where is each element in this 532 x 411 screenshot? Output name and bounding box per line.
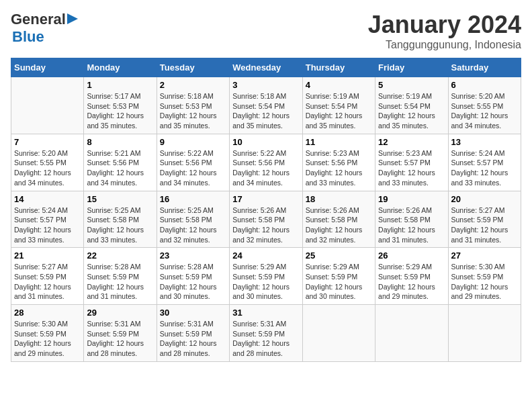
month-year-title: January 2024 bbox=[368, 11, 521, 39]
day-detail: Sunrise: 5:26 AM Sunset: 5:58 PM Dayligh… bbox=[378, 205, 445, 245]
day-detail: Sunrise: 5:24 AM Sunset: 5:57 PM Dayligh… bbox=[451, 148, 518, 188]
day-number: 31 bbox=[232, 308, 299, 318]
calendar-cell bbox=[375, 305, 448, 362]
day-number: 5 bbox=[378, 80, 445, 90]
day-detail: Sunrise: 5:23 AM Sunset: 5:56 PM Dayligh… bbox=[306, 148, 372, 188]
day-detail: Sunrise: 5:21 AM Sunset: 5:56 PM Dayligh… bbox=[87, 148, 153, 188]
calendar-week-row: 1Sunrise: 5:17 AM Sunset: 5:53 PM Daylig… bbox=[11, 77, 521, 134]
day-detail: Sunrise: 5:19 AM Sunset: 5:54 PM Dayligh… bbox=[378, 91, 445, 131]
calendar-cell: 26Sunrise: 5:29 AM Sunset: 5:59 PM Dayli… bbox=[375, 248, 448, 305]
day-detail: Sunrise: 5:29 AM Sunset: 5:59 PM Dayligh… bbox=[232, 262, 299, 302]
logo: General Blue bbox=[11, 11, 78, 46]
logo-blue: Blue bbox=[12, 28, 44, 46]
day-detail: Sunrise: 5:26 AM Sunset: 5:58 PM Dayligh… bbox=[232, 205, 299, 245]
calendar-cell: 12Sunrise: 5:23 AM Sunset: 5:57 PM Dayli… bbox=[375, 134, 448, 191]
day-detail: Sunrise: 5:31 AM Sunset: 5:59 PM Dayligh… bbox=[232, 319, 299, 359]
day-number: 29 bbox=[87, 308, 153, 318]
col-header-tuesday: Tuesday bbox=[157, 58, 229, 77]
day-detail: Sunrise: 5:19 AM Sunset: 5:54 PM Dayligh… bbox=[306, 91, 372, 131]
calendar-cell: 31Sunrise: 5:31 AM Sunset: 5:59 PM Dayli… bbox=[230, 305, 302, 362]
day-number: 1 bbox=[87, 80, 153, 90]
day-number: 4 bbox=[306, 80, 372, 90]
day-detail: Sunrise: 5:22 AM Sunset: 5:56 PM Dayligh… bbox=[232, 148, 299, 188]
day-number: 19 bbox=[378, 194, 445, 204]
calendar-cell: 4Sunrise: 5:19 AM Sunset: 5:54 PM Daylig… bbox=[302, 77, 375, 134]
day-number: 27 bbox=[451, 250, 518, 261]
day-detail: Sunrise: 5:31 AM Sunset: 5:59 PM Dayligh… bbox=[87, 319, 153, 359]
calendar-cell: 22Sunrise: 5:28 AM Sunset: 5:59 PM Dayli… bbox=[84, 248, 157, 305]
logo-general: General bbox=[11, 11, 66, 28]
day-detail: Sunrise: 5:28 AM Sunset: 5:59 PM Dayligh… bbox=[160, 262, 226, 302]
calendar-cell bbox=[448, 305, 521, 362]
calendar-header-row: SundayMondayTuesdayWednesdayThursdayFrid… bbox=[11, 58, 521, 77]
day-detail: Sunrise: 5:22 AM Sunset: 5:56 PM Dayligh… bbox=[160, 148, 226, 188]
calendar-cell: 10Sunrise: 5:22 AM Sunset: 5:56 PM Dayli… bbox=[230, 134, 302, 191]
day-number: 13 bbox=[451, 137, 518, 147]
col-header-thursday: Thursday bbox=[302, 58, 375, 77]
day-detail: Sunrise: 5:20 AM Sunset: 5:55 PM Dayligh… bbox=[451, 91, 518, 131]
day-number: 9 bbox=[160, 137, 226, 147]
calendar-cell: 28Sunrise: 5:30 AM Sunset: 5:59 PM Dayli… bbox=[11, 305, 84, 362]
day-number: 26 bbox=[378, 250, 445, 261]
location-subtitle: Tanggunggunung, Indonesia bbox=[368, 39, 521, 51]
calendar-cell: 16Sunrise: 5:25 AM Sunset: 5:58 PM Dayli… bbox=[157, 191, 229, 248]
day-detail: Sunrise: 5:27 AM Sunset: 5:59 PM Dayligh… bbox=[14, 262, 81, 302]
day-number: 12 bbox=[378, 137, 445, 147]
calendar-cell: 6Sunrise: 5:20 AM Sunset: 5:55 PM Daylig… bbox=[448, 77, 521, 134]
calendar-cell: 30Sunrise: 5:31 AM Sunset: 5:59 PM Dayli… bbox=[157, 305, 229, 362]
day-detail: Sunrise: 5:20 AM Sunset: 5:55 PM Dayligh… bbox=[14, 148, 81, 188]
col-header-monday: Monday bbox=[84, 58, 157, 77]
day-detail: Sunrise: 5:24 AM Sunset: 5:57 PM Dayligh… bbox=[14, 205, 81, 245]
title-block: January 2024 Tanggunggunung, Indonesia bbox=[368, 11, 521, 51]
day-detail: Sunrise: 5:18 AM Sunset: 5:54 PM Dayligh… bbox=[232, 91, 299, 131]
calendar-cell: 2Sunrise: 5:18 AM Sunset: 5:53 PM Daylig… bbox=[157, 77, 229, 134]
day-detail: Sunrise: 5:31 AM Sunset: 5:59 PM Dayligh… bbox=[160, 319, 226, 359]
calendar-cell: 15Sunrise: 5:25 AM Sunset: 5:58 PM Dayli… bbox=[84, 191, 157, 248]
day-number: 24 bbox=[232, 250, 299, 261]
calendar-week-row: 14Sunrise: 5:24 AM Sunset: 5:57 PM Dayli… bbox=[11, 191, 521, 248]
calendar-cell: 1Sunrise: 5:17 AM Sunset: 5:53 PM Daylig… bbox=[84, 77, 157, 134]
day-number: 8 bbox=[87, 137, 153, 147]
calendar-cell: 17Sunrise: 5:26 AM Sunset: 5:58 PM Dayli… bbox=[230, 191, 302, 248]
day-number: 28 bbox=[14, 308, 81, 318]
calendar-cell: 7Sunrise: 5:20 AM Sunset: 5:55 PM Daylig… bbox=[11, 134, 84, 191]
day-number: 14 bbox=[14, 194, 81, 204]
logo-arrow-icon bbox=[67, 13, 78, 24]
day-detail: Sunrise: 5:17 AM Sunset: 5:53 PM Dayligh… bbox=[87, 91, 153, 131]
day-number: 15 bbox=[87, 194, 153, 204]
day-detail: Sunrise: 5:28 AM Sunset: 5:59 PM Dayligh… bbox=[87, 262, 153, 302]
page-header: General Blue January 2024 Tanggunggunung… bbox=[11, 11, 521, 51]
calendar-cell: 5Sunrise: 5:19 AM Sunset: 5:54 PM Daylig… bbox=[375, 77, 448, 134]
day-detail: Sunrise: 5:23 AM Sunset: 5:57 PM Dayligh… bbox=[378, 148, 445, 188]
day-detail: Sunrise: 5:26 AM Sunset: 5:58 PM Dayligh… bbox=[306, 205, 372, 245]
calendar-cell: 14Sunrise: 5:24 AM Sunset: 5:57 PM Dayli… bbox=[11, 191, 84, 248]
day-number: 30 bbox=[160, 308, 226, 318]
calendar-cell: 8Sunrise: 5:21 AM Sunset: 5:56 PM Daylig… bbox=[84, 134, 157, 191]
col-header-saturday: Saturday bbox=[448, 58, 521, 77]
day-detail: Sunrise: 5:30 AM Sunset: 5:59 PM Dayligh… bbox=[14, 319, 81, 359]
col-header-sunday: Sunday bbox=[11, 58, 84, 77]
calendar-cell: 24Sunrise: 5:29 AM Sunset: 5:59 PM Dayli… bbox=[230, 248, 302, 305]
calendar-week-row: 21Sunrise: 5:27 AM Sunset: 5:59 PM Dayli… bbox=[11, 248, 521, 305]
calendar-cell: 20Sunrise: 5:27 AM Sunset: 5:59 PM Dayli… bbox=[448, 191, 521, 248]
calendar-cell: 27Sunrise: 5:30 AM Sunset: 5:59 PM Dayli… bbox=[448, 248, 521, 305]
day-number: 25 bbox=[306, 250, 372, 261]
col-header-friday: Friday bbox=[375, 58, 448, 77]
calendar-week-row: 7Sunrise: 5:20 AM Sunset: 5:55 PM Daylig… bbox=[11, 134, 521, 191]
day-number: 21 bbox=[14, 250, 81, 261]
calendar-body: 1Sunrise: 5:17 AM Sunset: 5:53 PM Daylig… bbox=[11, 77, 521, 362]
day-detail: Sunrise: 5:29 AM Sunset: 5:59 PM Dayligh… bbox=[378, 262, 445, 302]
day-number: 3 bbox=[232, 80, 299, 90]
calendar-cell: 9Sunrise: 5:22 AM Sunset: 5:56 PM Daylig… bbox=[157, 134, 229, 191]
calendar-cell: 21Sunrise: 5:27 AM Sunset: 5:59 PM Dayli… bbox=[11, 248, 84, 305]
day-detail: Sunrise: 5:25 AM Sunset: 5:58 PM Dayligh… bbox=[160, 205, 226, 245]
calendar-cell bbox=[302, 305, 375, 362]
day-number: 18 bbox=[306, 194, 372, 204]
calendar-cell: 29Sunrise: 5:31 AM Sunset: 5:59 PM Dayli… bbox=[84, 305, 157, 362]
day-detail: Sunrise: 5:27 AM Sunset: 5:59 PM Dayligh… bbox=[451, 205, 518, 245]
calendar-table: SundayMondayTuesdayWednesdayThursdayFrid… bbox=[11, 58, 521, 362]
day-number: 7 bbox=[14, 137, 81, 147]
day-number: 2 bbox=[160, 80, 226, 90]
day-number: 16 bbox=[160, 194, 226, 204]
col-header-wednesday: Wednesday bbox=[230, 58, 302, 77]
